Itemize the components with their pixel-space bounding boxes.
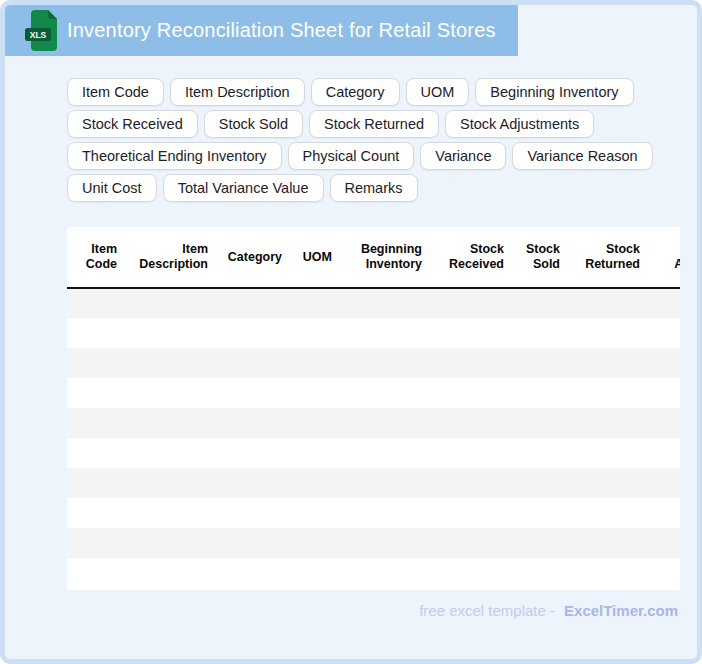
col-header-beginning-inventory: Beginning Inventory: [340, 227, 430, 288]
col-header-item-description: Item Description: [125, 227, 216, 288]
chip-uom[interactable]: UOM: [406, 78, 470, 106]
table-row: [67, 528, 680, 558]
col-header-stock-adjustments: Stock Adjustments: [648, 227, 680, 288]
table-row: [67, 558, 680, 588]
page-title: Inventory Reconciliation Sheet for Retai…: [67, 19, 496, 42]
chip-stock-received[interactable]: Stock Received: [67, 110, 198, 138]
col-header-uom: UOM: [290, 227, 340, 288]
data-table: Item Code Item Description Category UOM …: [67, 227, 680, 588]
file-badge-text: XLS: [30, 30, 47, 40]
table-header-row: Item Code Item Description Category UOM …: [67, 227, 680, 288]
chip-item-code[interactable]: Item Code: [67, 78, 164, 106]
column-chips: Item Code Item Description Category UOM …: [67, 78, 653, 206]
col-header-stock-received: Stock Received: [430, 227, 512, 288]
chip-row-2: Stock Received Stock Sold Stock Returned…: [67, 110, 653, 138]
table-row: [67, 288, 680, 318]
table-row: [67, 438, 680, 468]
footer-credit: free excel template -: [419, 602, 555, 619]
table-body: [67, 288, 680, 588]
chip-row-1: Item Code Item Description Category UOM …: [67, 78, 653, 106]
table-cell: [67, 528, 680, 558]
table-cell: [67, 348, 680, 378]
chip-item-description[interactable]: Item Description: [170, 78, 305, 106]
chip-beginning-inventory[interactable]: Beginning Inventory: [475, 78, 633, 106]
table-cell: [67, 408, 680, 438]
chip-stock-sold[interactable]: Stock Sold: [204, 110, 303, 138]
col-header-item-code: Item Code: [67, 227, 125, 288]
file-fold: [48, 10, 57, 19]
chip-category[interactable]: Category: [311, 78, 400, 106]
table-row: [67, 348, 680, 378]
chip-theoretical-ending-inventory[interactable]: Theoretical Ending Inventory: [67, 142, 282, 170]
table-cell: [67, 318, 680, 348]
title-banner: XLS Inventory Reconciliation Sheet for R…: [5, 5, 518, 56]
table-row: [67, 408, 680, 438]
table-row: [67, 468, 680, 498]
table-cell: [67, 378, 680, 408]
chip-stock-adjustments[interactable]: Stock Adjustments: [445, 110, 594, 138]
table-row: [67, 378, 680, 408]
col-header-stock-sold: Stock Sold: [512, 227, 568, 288]
table-cell: [67, 558, 680, 588]
footer: free excel template - ExcelTimer.com: [419, 602, 678, 619]
chip-unit-cost[interactable]: Unit Cost: [67, 174, 157, 202]
table-cell: [67, 438, 680, 468]
chip-row-3: Theoretical Ending Inventory Physical Co…: [67, 142, 653, 170]
chip-variance-reason[interactable]: Variance Reason: [512, 142, 652, 170]
chip-remarks[interactable]: Remarks: [330, 174, 418, 202]
table-cell: [67, 468, 680, 498]
chip-row-4: Unit Cost Total Variance Value Remarks: [67, 174, 653, 202]
col-header-category: Category: [216, 227, 290, 288]
spreadsheet-preview: Item Code Item Description Category UOM …: [67, 227, 680, 590]
table-header: Item Code Item Description Category UOM …: [67, 227, 680, 288]
table-cell: [67, 288, 680, 318]
page-container: XLS Inventory Reconciliation Sheet for R…: [0, 0, 702, 664]
col-header-stock-returned: Stock Returned: [568, 227, 648, 288]
xls-file-icon: XLS: [24, 9, 60, 52]
chip-variance[interactable]: Variance: [420, 142, 506, 170]
table-row: [67, 318, 680, 348]
footer-brand-link[interactable]: ExcelTimer.com: [564, 602, 678, 619]
table-row: [67, 498, 680, 528]
chip-stock-returned[interactable]: Stock Returned: [309, 110, 439, 138]
table-cell: [67, 498, 680, 528]
chip-total-variance-value[interactable]: Total Variance Value: [163, 174, 324, 202]
chip-physical-count[interactable]: Physical Count: [288, 142, 415, 170]
